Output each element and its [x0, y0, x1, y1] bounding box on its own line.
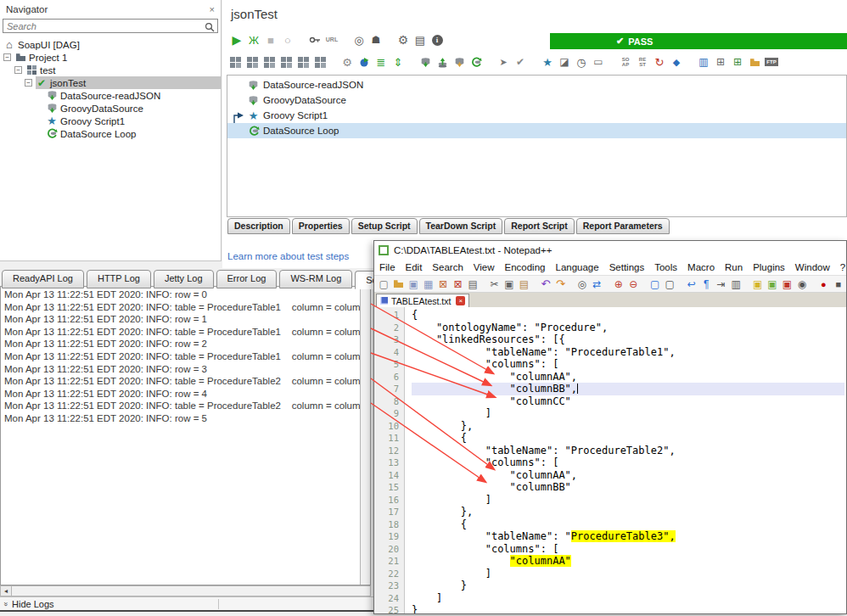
hide-logs-label[interactable]: Hide Logs [12, 599, 54, 609]
compass-blue-icon[interactable]: ◆ [669, 54, 684, 70]
search-input[interactable] [3, 20, 217, 32]
menu-view[interactable]: View [468, 262, 500, 272]
soap-text-icon[interactable]: SOAP [618, 54, 633, 70]
check-gray-icon[interactable]: ✔ [513, 54, 528, 70]
eye-icon[interactable]: ◉ [795, 277, 809, 291]
new-file-icon[interactable]: ▢ [377, 277, 390, 291]
menu-run[interactable]: Run [720, 262, 748, 272]
open-file-icon[interactable] [391, 277, 405, 291]
log-vertical-scrollbar[interactable] [360, 287, 370, 585]
grid-icon[interactable] [295, 54, 311, 70]
record-icon[interactable]: ● [816, 277, 830, 291]
log-tab-error-log[interactable]: Error Log [216, 270, 278, 288]
menu-settings[interactable]: Settings [604, 262, 650, 272]
grid-icon[interactable] [244, 54, 260, 70]
notepad-file-tab[interactable]: TABLEAtest.txt × [376, 294, 469, 307]
tree-item-soapui-dag[interactable]: ⌂SoapUI [DAG] [0, 38, 221, 51]
search-box[interactable] [3, 19, 218, 33]
expander-icon[interactable]: − [25, 79, 32, 87]
expander-icon[interactable]: − [3, 53, 11, 61]
clock-icon[interactable]: ◷ [574, 54, 589, 70]
hide-logs-chevron-icon[interactable]: » [2, 602, 10, 606]
key-icon[interactable] [307, 32, 323, 48]
test-step-datasource-readjson[interactable]: DataSource-readJSON [227, 77, 846, 92]
gear-outline-icon[interactable]: ⚙ [339, 54, 355, 70]
debug-icon[interactable]: Ж [246, 32, 261, 48]
comment-icon[interactable]: ▭ [591, 54, 606, 70]
plugin-icon-2[interactable]: ▣ [766, 277, 779, 291]
menu-file[interactable]: File [374, 262, 401, 272]
code-area[interactable]: { "ontologyName": "Procedure", "linkedRe… [405, 307, 846, 613]
find-icon[interactable]: ◎ [575, 277, 589, 291]
paste-icon[interactable]: ▤ [517, 277, 530, 291]
expander-icon[interactable]: − [14, 66, 22, 74]
stop-record-icon[interactable]: ■ [832, 277, 845, 291]
tree-item-test[interactable]: −test [0, 64, 221, 76]
info-icon[interactable]: i [429, 32, 445, 48]
notepad-editor[interactable]: 1234567891011121314151617181920212223242… [374, 307, 846, 613]
tab-report-parameters[interactable]: Report Parameters [576, 218, 670, 234]
run-icon[interactable]: ▶ [229, 32, 244, 48]
zoom-in-icon[interactable]: ⊕ [612, 277, 625, 291]
doc-map-icon[interactable]: ▥ [729, 277, 743, 291]
play-dot-icon[interactable] [356, 54, 372, 70]
tab-setup-script[interactable]: Setup Script [351, 218, 418, 234]
save-all-icon[interactable]: ▦ [421, 277, 435, 291]
close-all-icon[interactable]: ⊠ [451, 277, 464, 291]
menu-search[interactable]: Search [427, 262, 468, 272]
tree-item-groovydatasource[interactable]: GroovyDataSource [0, 102, 221, 115]
datasource-up-icon[interactable] [435, 54, 450, 70]
menu-edit[interactable]: Edit [401, 262, 428, 272]
rest-text-icon[interactable]: REST [635, 54, 650, 70]
plugin-icon-3[interactable]: ▣ [780, 277, 794, 291]
menu-language[interactable]: Language [550, 262, 603, 272]
notepad-titlebar[interactable]: C:\DDA\TABLEAtest.txt - Notepad++ [374, 241, 846, 259]
shield-icon[interactable]: ☗ [368, 32, 384, 48]
grid-icon[interactable] [227, 54, 243, 70]
tab-teardown-script[interactable]: TearDown Script [419, 218, 503, 234]
pin-icon[interactable]: ➤ [496, 54, 511, 70]
log-tab-http-log[interactable]: HTTP Log [87, 270, 151, 288]
tree-gray-icon[interactable]: ⊞ [713, 54, 728, 70]
image-icon[interactable]: ◪ [557, 54, 572, 70]
pilcrow-icon[interactable]: ¶ [699, 277, 713, 291]
log-tab-readyapi-log[interactable]: ReadyAPI Log [2, 270, 84, 288]
tree-item-datasource-loop[interactable]: DataSource Loop [0, 127, 221, 140]
cards-blue-icon[interactable]: ▥ [696, 54, 711, 70]
log-horizontal-scrollbar[interactable]: ◂ [0, 585, 371, 596]
save-icon[interactable]: ▣ [407, 277, 420, 291]
star-blue-icon[interactable]: ★ [540, 54, 555, 70]
learn-more-link[interactable]: Learn more about test steps [227, 251, 349, 261]
indent-guide-icon[interactable]: ⇥ [714, 277, 727, 291]
menu-encoding[interactable]: Encoding [500, 262, 551, 272]
sort-green-icon[interactable]: ⇕ [390, 54, 406, 70]
tree-item-jsontest[interactable]: −✔jsonTest [0, 76, 221, 89]
window-icon-1[interactable]: ▢ [648, 277, 662, 291]
test-step-groovydatasource[interactable]: GroovyDataSource [227, 92, 846, 108]
list-green-icon[interactable]: ≣ [373, 54, 389, 70]
datasource-amber-icon[interactable] [452, 54, 467, 70]
tab-properties[interactable]: Properties [292, 218, 350, 234]
close-icon[interactable]: × [210, 4, 215, 14]
menu-macro[interactable]: Macro [682, 262, 720, 272]
repeat-icon[interactable]: ○ [280, 32, 295, 48]
close-doc-icon[interactable]: ⊠ [436, 277, 450, 291]
wrap-icon[interactable]: ↩ [684, 277, 698, 291]
log-tab-ws-rm-log[interactable]: WS-RM Log [279, 270, 352, 288]
tree-item-project-1[interactable]: −Project 1 [0, 51, 221, 64]
copy-icon[interactable]: ▣ [502, 277, 516, 291]
loop-green-icon[interactable] [468, 54, 484, 70]
grid-icon[interactable] [278, 54, 294, 70]
folder-amber-icon[interactable] [747, 54, 762, 70]
undo-icon[interactable]: ↶ [539, 277, 553, 291]
test-step-groovy-script1[interactable]: ★Groovy Script1 [227, 108, 846, 123]
list-icon[interactable]: ▤ [412, 32, 428, 48]
ftp-icon[interactable]: FTP [764, 54, 779, 70]
redo-icon[interactable]: ↷ [553, 277, 567, 291]
window-icon-2[interactable]: ▢ [663, 277, 676, 291]
zoom-out-icon[interactable]: ⊖ [626, 277, 640, 291]
menu-help[interactable]: ? [835, 262, 847, 272]
tree-green-icon[interactable]: ⊞ [730, 54, 745, 70]
tab-report-script[interactable]: Report Script [504, 218, 575, 234]
print-icon[interactable]: ▤ [466, 277, 480, 291]
